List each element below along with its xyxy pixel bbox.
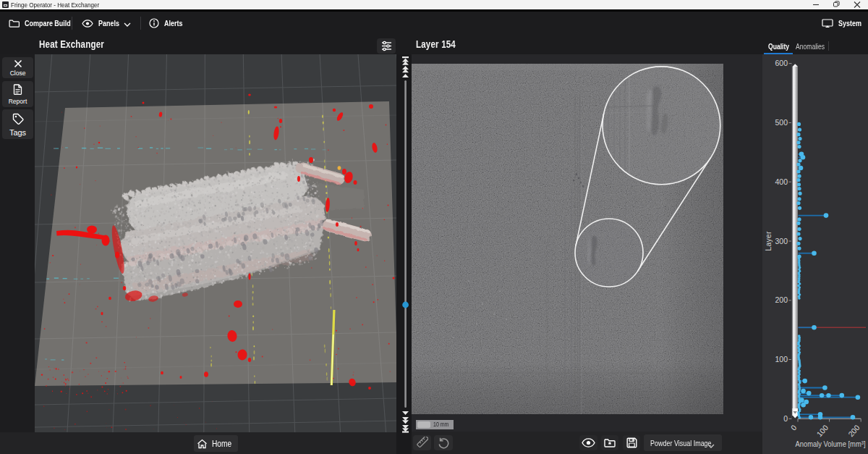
svg-text:600: 600 <box>775 59 788 67</box>
svg-text:0: 0 <box>783 414 788 423</box>
svg-text:100: 100 <box>775 355 788 363</box>
svg-text:400: 400 <box>775 177 788 186</box>
svg-text:Anomaly Volume [mm³]: Anomaly Volume [mm³] <box>796 440 866 448</box>
svg-text:Layer: Layer <box>764 231 773 251</box>
svg-text:300: 300 <box>775 237 788 245</box>
svg-text:200: 200 <box>775 295 788 304</box>
svg-text:500: 500 <box>775 118 788 127</box>
